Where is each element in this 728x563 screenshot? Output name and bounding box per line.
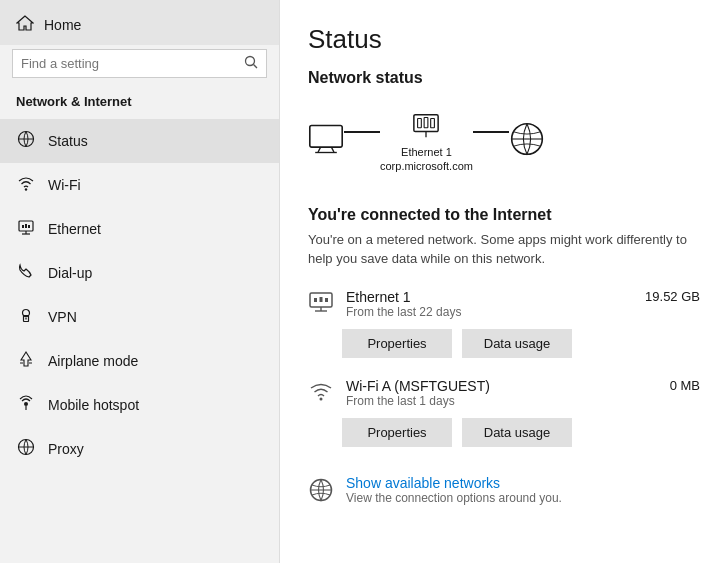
wifi1-datausage-button[interactable]: Data usage bbox=[462, 418, 572, 447]
sidebar-item-dialup-label: Dial-up bbox=[48, 265, 92, 281]
wifi-icon bbox=[16, 174, 36, 196]
ethernet1-properties-button[interactable]: Properties bbox=[342, 329, 452, 358]
show-networks[interactable]: Show available networks View the connect… bbox=[308, 465, 700, 509]
diagram-line-2 bbox=[473, 131, 509, 133]
main-content: Status Network status Ethernet 1corp.mic… bbox=[280, 0, 728, 563]
wifi-network-icon bbox=[308, 378, 334, 410]
sidebar-item-airplane-label: Airplane mode bbox=[48, 353, 138, 369]
sidebar-item-proxy-label: Proxy bbox=[48, 441, 84, 457]
connected-sub: You're on a metered network. Some apps m… bbox=[308, 230, 700, 269]
ethernet1-name: Ethernet 1 bbox=[346, 289, 461, 305]
status-icon bbox=[16, 130, 36, 152]
show-networks-title: Show available networks bbox=[346, 475, 562, 491]
page-title: Status bbox=[308, 24, 700, 55]
wifi1-properties-button[interactable]: Properties bbox=[342, 418, 452, 447]
airplane-icon bbox=[16, 350, 36, 372]
sidebar-item-ethernet-label: Ethernet bbox=[48, 221, 101, 237]
svg-rect-9 bbox=[25, 224, 27, 228]
svg-rect-26 bbox=[425, 118, 429, 128]
wifi-network-item: Wi-Fi A (MSFTGUEST) From the last 1 days… bbox=[308, 376, 700, 410]
wifi1-size: 0 MB bbox=[670, 376, 700, 393]
svg-line-1 bbox=[254, 65, 258, 69]
svg-line-22 bbox=[331, 147, 334, 152]
wifi1-sub: From the last 1 days bbox=[346, 394, 490, 408]
sidebar-item-hotspot[interactable]: Mobile hotspot bbox=[0, 383, 279, 427]
wifi1-buttons: Properties Data usage bbox=[342, 418, 700, 447]
network-diagram: Ethernet 1corp.microsoft.com bbox=[308, 101, 700, 190]
dialup-icon bbox=[16, 262, 36, 284]
home-icon bbox=[16, 14, 34, 35]
sidebar-item-wifi-label: Wi-Fi bbox=[48, 177, 81, 193]
diagram-line-1 bbox=[344, 131, 380, 133]
svg-line-21 bbox=[318, 147, 321, 152]
ethernet-icon bbox=[16, 218, 36, 240]
home-label: Home bbox=[44, 17, 81, 33]
diagram-router: Ethernet 1corp.microsoft.com bbox=[380, 109, 473, 174]
hotspot-icon bbox=[16, 394, 36, 416]
show-networks-icon bbox=[308, 477, 334, 509]
svg-point-4 bbox=[25, 188, 27, 190]
ethernet1-datausage-button[interactable]: Data usage bbox=[462, 329, 572, 358]
connected-title: You're connected to the Internet bbox=[308, 206, 700, 224]
svg-rect-8 bbox=[22, 225, 24, 228]
ethernet1-buttons: Properties Data usage bbox=[342, 329, 700, 358]
show-networks-sub: View the connection options around you. bbox=[346, 491, 562, 505]
svg-rect-25 bbox=[418, 118, 422, 127]
network-status-title: Network status bbox=[308, 69, 700, 87]
diagram-router-label: Ethernet 1corp.microsoft.com bbox=[380, 145, 473, 174]
ethernet1-size: 19.52 GB bbox=[645, 287, 700, 304]
sidebar-section-title: Network & Internet bbox=[0, 88, 279, 119]
diagram-computer bbox=[308, 123, 344, 159]
wifi1-name: Wi-Fi A (MSFTGUEST) bbox=[346, 378, 490, 394]
svg-rect-35 bbox=[320, 297, 323, 302]
ethernet-network-icon bbox=[308, 289, 334, 321]
sidebar-item-status[interactable]: Status bbox=[0, 119, 279, 163]
sidebar: Home Network & Internet Status bbox=[0, 0, 280, 563]
sidebar-item-status-label: Status bbox=[48, 133, 88, 149]
sidebar-item-hotspot-label: Mobile hotspot bbox=[48, 397, 139, 413]
sidebar-item-proxy[interactable]: Proxy bbox=[0, 427, 279, 471]
search-input[interactable] bbox=[21, 56, 244, 71]
ethernet1-sub: From the last 22 days bbox=[346, 305, 461, 319]
sidebar-item-ethernet[interactable]: Ethernet bbox=[0, 207, 279, 251]
sidebar-item-wifi[interactable]: Wi-Fi bbox=[0, 163, 279, 207]
svg-rect-34 bbox=[314, 298, 317, 302]
ethernet-network-item: Ethernet 1 From the last 22 days 19.52 G… bbox=[308, 287, 700, 321]
diagram-globe bbox=[509, 121, 545, 161]
search-box bbox=[12, 49, 267, 78]
proxy-icon bbox=[16, 438, 36, 460]
sidebar-item-vpn-label: VPN bbox=[48, 309, 77, 325]
sidebar-item-vpn[interactable]: VPN bbox=[0, 295, 279, 339]
sidebar-item-dialup[interactable]: Dial-up bbox=[0, 251, 279, 295]
svg-rect-10 bbox=[28, 225, 30, 228]
search-icon bbox=[244, 55, 258, 72]
svg-rect-36 bbox=[325, 298, 328, 302]
svg-point-0 bbox=[246, 57, 255, 66]
svg-point-37 bbox=[320, 397, 323, 400]
sidebar-item-airplane[interactable]: Airplane mode bbox=[0, 339, 279, 383]
svg-rect-27 bbox=[431, 118, 435, 127]
svg-rect-20 bbox=[310, 126, 342, 148]
svg-point-16 bbox=[24, 402, 28, 406]
vpn-icon bbox=[16, 306, 36, 328]
sidebar-item-home[interactable]: Home bbox=[0, 0, 279, 45]
